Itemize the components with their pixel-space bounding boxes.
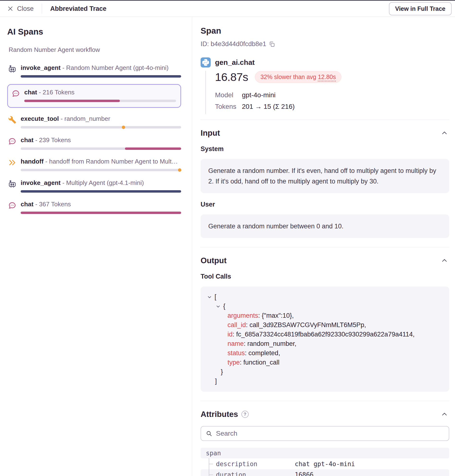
robot-icon: [7, 179, 17, 190]
attributes-search[interactable]: [201, 426, 449, 441]
tree-connector: [209, 458, 209, 476]
span-row-label: chat - 367 Tokens: [21, 200, 181, 208]
span-duration-bar: [21, 190, 181, 193]
view-in-full-trace-button[interactable]: View in Full Trace: [389, 2, 452, 15]
tokens-label: Tokens: [215, 103, 242, 111]
span-row-execute-tool[interactable]: execute_tool - random_number: [7, 111, 181, 132]
tool-calls-label: Tool Calls: [201, 273, 449, 280]
help-icon[interactable]: ?: [241, 411, 249, 418]
search-icon: [206, 430, 212, 437]
attribute-row[interactable]: description chat gpt-4o-mini: [201, 459, 449, 469]
section-divider: [201, 401, 449, 401]
chevron-up-icon[interactable]: [440, 256, 449, 265]
system-label: System: [201, 145, 449, 153]
span-row-invoke-agent[interactable]: invoke_agent - Random Number Agent (gpt-…: [7, 60, 181, 81]
chat-bubble-icon: [11, 88, 21, 99]
attributes-section-title: Attributes: [201, 410, 238, 419]
span-row-chat[interactable]: chat - 367 Tokens: [7, 196, 181, 218]
chevron-up-icon[interactable]: [440, 410, 449, 419]
close-button[interactable]: Close: [7, 5, 34, 13]
span-row-label: handoff - handoff from Random Number Age…: [21, 158, 181, 165]
input-section-title: Input: [201, 129, 220, 138]
close-label: Close: [17, 5, 34, 13]
span-row-chat-selected[interactable]: chat - 216 Tokens: [7, 84, 181, 108]
attributes-table: span description chat gpt-4o-mini durati…: [201, 448, 449, 476]
avg-duration-link[interactable]: 12.80s: [318, 73, 336, 80]
attribute-group-row[interactable]: span: [201, 448, 449, 459]
tree-branch: [209, 464, 213, 464]
span-row-chat[interactable]: chat - 239 Tokens: [7, 132, 181, 153]
search-input[interactable]: [216, 430, 444, 437]
span-row-invoke-agent[interactable]: invoke_agent - Multiply Agent (gpt-4.1-m…: [7, 175, 181, 196]
tokens-value: 201 → 15 (Σ 216): [242, 103, 295, 111]
span-duration-bar: [21, 126, 181, 129]
output-section-title: Output: [201, 256, 227, 265]
chat-bubble-icon: [7, 136, 17, 147]
span-row-label: execute_tool - random_number: [21, 115, 181, 122]
ai-spans-panel: AI Spans Random Number Agent workflow in…: [0, 17, 192, 476]
section-divider: [201, 120, 449, 120]
robot-icon: [7, 64, 17, 75]
user-label: User: [201, 201, 449, 208]
span-duration-bar: [24, 100, 176, 102]
span-op-name: gen_ai.chat: [215, 58, 255, 66]
handoff-icon: [7, 158, 17, 169]
python-icon: [201, 57, 211, 67]
span-row-label: invoke_agent - Multiply Agent (gpt-4.1-m…: [21, 179, 181, 187]
span-row-handoff[interactable]: handoff - handoff from Random Number Age…: [7, 153, 181, 175]
span-duration-bar: [21, 147, 181, 150]
span-row-label: invoke_agent - Random Number Agent (gpt-…: [21, 64, 181, 72]
genai-connector-line: [205, 71, 206, 114]
json-close-brace: }: [221, 367, 442, 377]
span-detail-heading: Span: [201, 26, 449, 36]
span-detail-panel: Span ID: b4e3d44d0fcdb8e1 gen_ai.chat: [192, 17, 455, 476]
page-title: Abbreviated Trace: [50, 5, 106, 13]
span-list: invoke_agent - Random Number Agent (gpt-…: [0, 60, 192, 218]
span-id: ID: b4e3d44d0fcdb8e1: [201, 40, 266, 48]
tree-branch: [209, 475, 213, 475]
top-bar: Close Abbreviated Trace View in Full Tra…: [0, 1, 455, 17]
chevron-down-icon[interactable]: [216, 304, 220, 309]
json-property: call_idcall_3d9ZBSAW7CGVyFNmMLT6M5Pp,: [228, 320, 442, 330]
user-prompt-text: Generate a random number between 0 and 1…: [201, 214, 449, 238]
attribute-row[interactable]: duration 16866: [201, 469, 449, 476]
slower-than-avg-badge: 32% slower than avg 12.80s: [255, 71, 341, 83]
json-property: namerandom_number,: [228, 339, 442, 348]
span-point-marker: [178, 168, 181, 172]
chat-bubble-icon: [7, 200, 17, 211]
tool-calls-json: [ { arguments{"max":10}, call_idcall_3d9…: [201, 287, 449, 392]
ai-spans-heading: AI Spans: [7, 27, 192, 37]
wrench-icon: [7, 115, 17, 126]
close-icon: [7, 6, 13, 12]
copy-icon[interactable]: [268, 41, 275, 48]
span-duration-bar: [21, 169, 181, 171]
workflow-label: Random Number Agent workflow: [9, 46, 192, 54]
span-row-label: chat - 239 Tokens: [21, 136, 181, 144]
chevron-up-icon[interactable]: [440, 129, 449, 137]
model-label: Model: [215, 91, 242, 99]
span-duration-bar: [21, 75, 181, 78]
json-close-bracket: ]: [215, 377, 442, 386]
span-duration: 16.87s: [215, 70, 248, 84]
json-property: idfc_685a73324cc4819fbab6a62f92330c93029…: [228, 330, 442, 339]
section-divider: [201, 247, 449, 247]
model-value: gpt-4o-mini: [242, 91, 276, 99]
chevron-down-icon[interactable]: [207, 295, 212, 299]
span-row-label: chat - 216 Tokens: [24, 88, 176, 96]
json-property: statuscompleted,: [228, 348, 442, 358]
system-prompt-text: Generate a random number. If it's even, …: [201, 159, 449, 193]
span-duration-bar: [21, 212, 181, 214]
topbar-divider: [42, 4, 42, 14]
json-property: typefunction_call: [228, 358, 442, 367]
json-property: arguments{"max":10},: [228, 311, 442, 320]
span-point-marker: [122, 126, 125, 129]
